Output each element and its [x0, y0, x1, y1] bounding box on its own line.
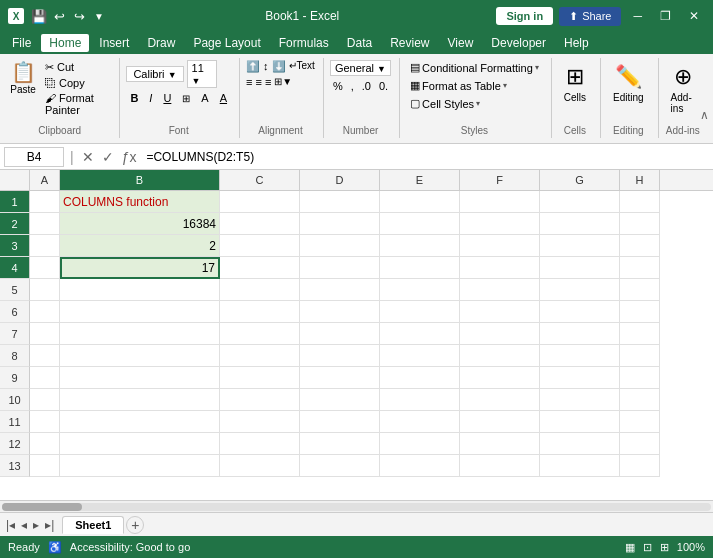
row-num-1[interactable]: 1 [0, 191, 30, 213]
align-top-button[interactable]: ⬆️ [246, 60, 260, 73]
cut-button[interactable]: ✂ Cut [42, 60, 111, 75]
row-num-2[interactable]: 2 [0, 213, 30, 235]
cell-g3[interactable] [540, 235, 620, 257]
confirm-formula-button[interactable]: ✓ [100, 149, 116, 165]
minimize-button[interactable]: ─ [627, 7, 648, 25]
normal-view-button[interactable]: ▦ [625, 541, 635, 554]
col-header-b[interactable]: B [60, 170, 220, 190]
cell-h3[interactable] [620, 235, 660, 257]
number-format-select[interactable]: General ▼ [330, 60, 391, 76]
add-sheet-button[interactable]: + [126, 516, 144, 534]
align-center-button[interactable]: ≡ [255, 76, 261, 88]
comma-button[interactable]: , [348, 79, 357, 93]
row-num-11[interactable]: 11 [0, 411, 30, 433]
sheet-nav-last[interactable]: ▸| [43, 518, 56, 532]
row-num-13[interactable]: 13 [0, 455, 30, 477]
cell-a3[interactable] [30, 235, 60, 257]
conditional-formatting-button[interactable]: ▤ Conditional Formatting ▾ [406, 60, 543, 75]
sheet-nav-prev[interactable]: ◂ [19, 518, 29, 532]
pagebreak-view-button[interactable]: ⊞ [660, 541, 669, 554]
cell-f1[interactable] [460, 191, 540, 213]
row-num-3[interactable]: 3 [0, 235, 30, 257]
cell-d4[interactable] [300, 257, 380, 279]
copy-button[interactable]: ⿻ Copy [42, 76, 111, 90]
add-ins-button[interactable]: ⊕ Add-ins [665, 60, 701, 118]
border-button[interactable]: ⊞ [178, 92, 194, 105]
cell-styles-button[interactable]: ▢ Cell Styles ▾ [406, 96, 543, 111]
menu-help[interactable]: Help [556, 34, 597, 52]
share-button[interactable]: ⬆ Share [559, 7, 621, 26]
scroll-thumb[interactable] [2, 503, 82, 511]
cell-d3[interactable] [300, 235, 380, 257]
cell-reference-box[interactable]: B4 [4, 147, 64, 167]
save-icon[interactable]: 💾 [30, 7, 48, 25]
ribbon-collapse-button[interactable]: ∧ [700, 108, 709, 122]
cell-a4[interactable] [30, 257, 60, 279]
cell-f3[interactable] [460, 235, 540, 257]
merge-button[interactable]: ⊞▼ [274, 76, 292, 88]
row-num-4[interactable]: 4 [0, 257, 30, 279]
align-left-button[interactable]: ≡ [246, 76, 252, 88]
horizontal-scrollbar[interactable] [0, 500, 713, 512]
cell-b2[interactable]: 16384 [60, 213, 220, 235]
cell-d2[interactable] [300, 213, 380, 235]
row-num-9[interactable]: 9 [0, 367, 30, 389]
cell-e3[interactable] [380, 235, 460, 257]
percent-button[interactable]: % [330, 79, 346, 93]
menu-draw[interactable]: Draw [139, 34, 183, 52]
row-num-12[interactable]: 12 [0, 433, 30, 455]
insert-function-button[interactable]: ƒx [120, 149, 139, 165]
formula-input[interactable] [142, 150, 709, 164]
cell-a1[interactable] [30, 191, 60, 213]
menu-view[interactable]: View [440, 34, 482, 52]
format-painter-button[interactable]: 🖌 Format Painter [42, 91, 111, 117]
cell-e2[interactable] [380, 213, 460, 235]
fill-color-button[interactable]: A [197, 91, 212, 105]
menu-data[interactable]: Data [339, 34, 380, 52]
align-bottom-button[interactable]: ⬇️ [272, 60, 286, 73]
col-header-f[interactable]: F [460, 170, 540, 190]
sheet-nav-next[interactable]: ▸ [31, 518, 41, 532]
menu-developer[interactable]: Developer [483, 34, 554, 52]
sign-in-button[interactable]: Sign in [496, 7, 553, 25]
customize-icon[interactable]: ▼ [90, 7, 108, 25]
italic-button[interactable]: I [145, 91, 156, 105]
cell-f2[interactable] [460, 213, 540, 235]
underline-button[interactable]: U [159, 91, 175, 105]
align-middle-button[interactable]: ↕ [263, 60, 269, 73]
increase-decimal-button[interactable]: .0 [359, 79, 374, 93]
cell-c3[interactable] [220, 235, 300, 257]
cell-g1[interactable] [540, 191, 620, 213]
row-num-10[interactable]: 10 [0, 389, 30, 411]
col-header-h[interactable]: H [620, 170, 660, 190]
menu-home[interactable]: Home [41, 34, 89, 52]
sheet-nav-first[interactable]: |◂ [4, 518, 17, 532]
col-header-a[interactable]: A [30, 170, 60, 190]
cell-h2[interactable] [620, 213, 660, 235]
cell-c2[interactable] [220, 213, 300, 235]
col-header-c[interactable]: C [220, 170, 300, 190]
row-num-6[interactable]: 6 [0, 301, 30, 323]
editing-button[interactable]: ✏️ Editing [607, 60, 650, 107]
sheet-tab-1[interactable]: Sheet1 [62, 516, 124, 534]
cell-d1[interactable] [300, 191, 380, 213]
cell-g2[interactable] [540, 213, 620, 235]
cell-e1[interactable] [380, 191, 460, 213]
cancel-formula-button[interactable]: ✕ [80, 149, 96, 165]
row-num-7[interactable]: 7 [0, 323, 30, 345]
cell-a2[interactable] [30, 213, 60, 235]
col-header-e[interactable]: E [380, 170, 460, 190]
menu-page-layout[interactable]: Page Layout [185, 34, 268, 52]
decrease-decimal-button[interactable]: 0. [376, 79, 391, 93]
paste-button[interactable]: 📋 Paste [8, 60, 38, 97]
cell-c1[interactable] [220, 191, 300, 213]
col-header-g[interactable]: G [540, 170, 620, 190]
layout-view-button[interactable]: ⊡ [643, 541, 652, 554]
scroll-track[interactable] [2, 503, 711, 511]
cell-b1[interactable]: COLUMNS function [60, 191, 220, 213]
restore-button[interactable]: ❐ [654, 7, 677, 25]
bold-button[interactable]: B [126, 91, 142, 105]
col-header-d[interactable]: D [300, 170, 380, 190]
cell-h1[interactable] [620, 191, 660, 213]
cell-b3[interactable]: 2 [60, 235, 220, 257]
